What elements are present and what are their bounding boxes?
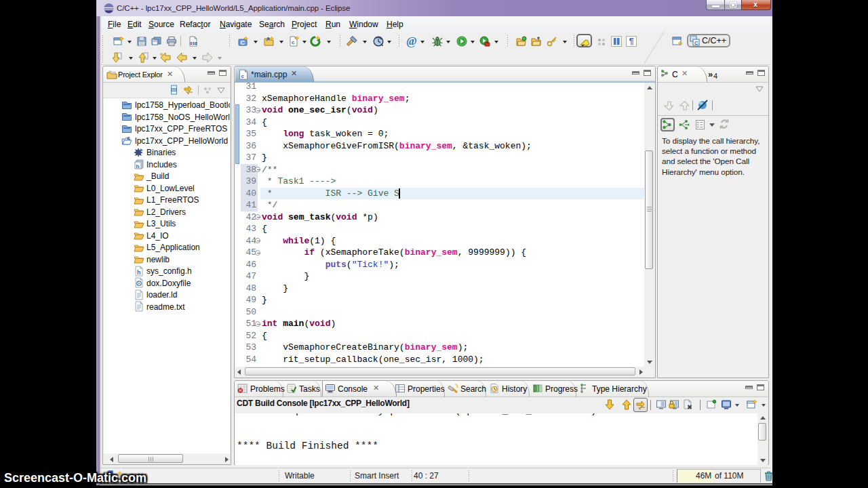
svg-text:010: 010 — [190, 41, 197, 45]
svg-text:h: h — [137, 268, 141, 275]
svg-text:C: C — [240, 39, 245, 46]
svg-text:h: h — [136, 163, 140, 169]
svg-text:c: c — [292, 39, 295, 45]
svg-text:c: c — [241, 73, 245, 79]
svg-text:c: c — [127, 136, 130, 140]
